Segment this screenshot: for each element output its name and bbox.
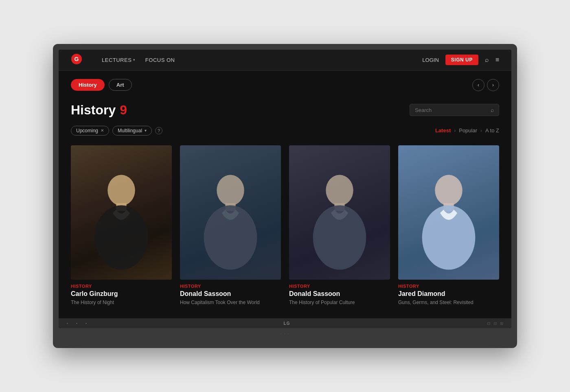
card-category: History xyxy=(180,284,281,289)
bottom-dot xyxy=(76,323,77,324)
card-image-3 xyxy=(398,145,499,280)
bottom-icons: ⊡ ⊟ ⊞ xyxy=(487,321,503,326)
card-subtitle: The History of Popular Culture xyxy=(289,299,390,306)
card-category: History xyxy=(71,284,172,289)
result-count: 9 xyxy=(120,103,127,118)
search-input[interactable] xyxy=(415,107,487,113)
upcoming-filter[interactable]: Upcoming ✕ xyxy=(71,126,109,136)
multilingual-chevron-icon: ▾ xyxy=(145,128,147,133)
filter-tab-art[interactable]: Art xyxy=(109,79,132,91)
card-name: Carlo Ginzburg xyxy=(71,290,172,298)
nav-focus-on[interactable]: FOCUS ON xyxy=(145,57,175,63)
content-area: History Art ‹ › History 9 ⌕ xyxy=(59,71,511,318)
navbar: G LECTURES ▾ FOCUS ON LOGIN SIGN UP ⌕ ≡ xyxy=(59,50,511,71)
filters-row: Upcoming ✕ Multilingual ▾ ? Latest › Pop… xyxy=(71,126,499,136)
upcoming-x-icon: ✕ xyxy=(101,128,104,133)
search-box[interactable]: ⌕ xyxy=(410,104,499,116)
logo[interactable]: G xyxy=(71,53,92,66)
card-category: History xyxy=(289,284,390,289)
nav-lectures[interactable]: LECTURES ▾ xyxy=(102,57,136,63)
person-silhouette-icon xyxy=(406,165,492,280)
card-subtitle: Guns, Germs, and Steel: Revisited xyxy=(398,299,499,306)
svg-point-5 xyxy=(217,175,244,206)
sort-divider-1: › xyxy=(454,128,456,134)
nav-right: LOGIN SIGN UP ⌕ ≡ xyxy=(422,55,499,65)
person-silhouette-icon xyxy=(79,165,164,280)
lg-brand-logo: LG xyxy=(284,321,290,326)
sort-divider-2: › xyxy=(480,128,482,134)
bottom-dot xyxy=(67,323,68,324)
search-icon[interactable]: ⌕ xyxy=(485,56,489,64)
multilingual-filter[interactable]: Multilingual ▾ xyxy=(112,126,152,136)
help-icon[interactable]: ? xyxy=(155,127,162,134)
sort-atoz[interactable]: A to Z xyxy=(485,127,499,134)
page-title: History 9 xyxy=(71,103,127,118)
cards-grid: History Carlo Ginzburg The History of Ni… xyxy=(71,145,499,306)
card-subtitle: The History of Night xyxy=(71,299,172,306)
lecture-card[interactable]: History Donald Sassoon The History of Po… xyxy=(289,145,390,306)
svg-text:G: G xyxy=(75,56,79,62)
card-image-2 xyxy=(289,145,390,280)
lectures-chevron-icon: ▾ xyxy=(133,58,136,62)
card-name: Jared Diamond xyxy=(398,290,499,298)
sort-latest[interactable]: Latest xyxy=(435,127,451,134)
sort-popular[interactable]: Popular xyxy=(459,127,477,134)
bottom-dot xyxy=(86,323,87,324)
lecture-card[interactable]: History Carlo Ginzburg The History of Ni… xyxy=(71,145,172,306)
monitor-bottom-bar: LG ⊡ ⊟ ⊞ xyxy=(59,318,511,328)
display-icon[interactable]: ⊟ xyxy=(493,321,497,326)
card-image-1 xyxy=(180,145,281,280)
lecture-card[interactable]: History Donald Sassoon How Capitalism To… xyxy=(180,145,281,306)
login-button[interactable]: LOGIN xyxy=(422,57,438,63)
filter-tabs-row: History Art ‹ › xyxy=(71,79,499,91)
prev-arrow-button[interactable]: ‹ xyxy=(472,79,484,91)
monitor-stand: · · · xyxy=(59,331,511,336)
settings-icon[interactable]: ⊡ xyxy=(487,321,490,326)
card-image-0 xyxy=(71,145,172,280)
person-silhouette-icon xyxy=(297,165,383,280)
volume-icon[interactable]: ⊞ xyxy=(500,321,503,326)
monitor-screen: G LECTURES ▾ FOCUS ON LOGIN SIGN UP ⌕ ≡ xyxy=(59,50,511,328)
search-icon-sm: ⌕ xyxy=(491,107,494,113)
carousel-arrows: ‹ › xyxy=(472,79,499,91)
signup-button[interactable]: SIGN UP xyxy=(445,55,478,65)
monitor-frame: G LECTURES ▾ FOCUS ON LOGIN SIGN UP ⌕ ≡ xyxy=(53,44,517,348)
card-subtitle: How Capitalism Took Over the World xyxy=(180,299,281,306)
filter-tab-history[interactable]: History xyxy=(71,79,105,91)
card-category: History xyxy=(398,284,499,289)
title-row: History 9 ⌕ xyxy=(71,103,499,118)
sort-options: Latest › Popular › A to Z xyxy=(435,127,499,134)
svg-point-8 xyxy=(326,175,353,206)
nav-links: LECTURES ▾ FOCUS ON xyxy=(102,57,422,63)
filter-pills: Upcoming ✕ Multilingual ▾ ? xyxy=(71,126,162,136)
lecture-card[interactable]: History Jared Diamond Guns, Germs, and S… xyxy=(398,145,499,306)
person-silhouette-icon xyxy=(188,165,274,280)
svg-point-11 xyxy=(435,175,462,206)
svg-point-2 xyxy=(107,175,135,206)
card-name: Donald Sassoon xyxy=(289,290,390,298)
card-name: Donald Sassoon xyxy=(180,290,281,298)
bottom-indicators xyxy=(67,323,87,324)
menu-icon[interactable]: ≡ xyxy=(495,56,499,64)
next-arrow-button[interactable]: › xyxy=(487,79,499,91)
